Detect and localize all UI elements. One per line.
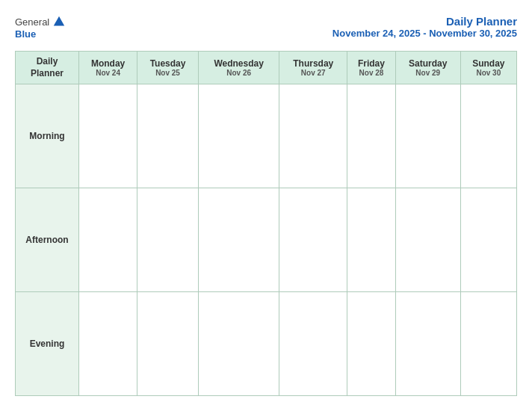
afternoon-wednesday[interactable] xyxy=(198,188,279,292)
thursday-name: Thursday xyxy=(282,58,344,69)
sunday-date: Nov 30 xyxy=(464,69,513,77)
afternoon-thursday[interactable] xyxy=(279,188,347,292)
morning-tuesday[interactable] xyxy=(137,84,199,188)
afternoon-sunday[interactable] xyxy=(460,188,516,292)
col-header-friday: Friday Nov 28 xyxy=(347,52,396,84)
afternoon-tuesday[interactable] xyxy=(137,188,199,292)
col-header-tuesday: Tuesday Nov 25 xyxy=(137,52,199,84)
logo-general-text: General xyxy=(15,16,49,28)
col-header-planner-line2: Planner xyxy=(19,68,75,80)
evening-sunday[interactable] xyxy=(460,292,516,396)
row-morning: Morning xyxy=(16,84,517,188)
tuesday-name: Tuesday xyxy=(140,58,195,69)
col-header-saturday: Saturday Nov 29 xyxy=(395,52,460,84)
logo-blue-text: Blue xyxy=(15,28,36,40)
monday-date: Nov 24 xyxy=(82,69,134,77)
page: General Blue Daily Planner November 24, … xyxy=(0,0,532,411)
thursday-date: Nov 27 xyxy=(282,69,344,77)
morning-friday[interactable] xyxy=(347,84,396,188)
evening-wednesday[interactable] xyxy=(198,292,279,396)
morning-sunday[interactable] xyxy=(460,84,516,188)
logo-icon xyxy=(52,15,66,28)
afternoon-saturday[interactable] xyxy=(395,188,460,292)
morning-wednesday[interactable] xyxy=(198,84,279,188)
col-header-wednesday: Wednesday Nov 26 xyxy=(198,52,279,84)
evening-monday[interactable] xyxy=(79,292,137,396)
header: General Blue Daily Planner November 24, … xyxy=(15,15,517,40)
svg-marker-0 xyxy=(54,16,64,26)
evening-label: Evening xyxy=(16,292,79,396)
monday-name: Monday xyxy=(82,58,134,69)
wednesday-name: Wednesday xyxy=(202,58,276,69)
col-header-monday: Monday Nov 24 xyxy=(79,52,137,84)
evening-thursday[interactable] xyxy=(279,292,347,396)
saturday-name: Saturday xyxy=(399,58,457,69)
col-header-planner: Daily Planner xyxy=(16,52,79,84)
evening-friday[interactable] xyxy=(347,292,396,396)
sunday-name: Sunday xyxy=(464,58,513,69)
afternoon-label: Afternoon xyxy=(16,188,79,292)
morning-saturday[interactable] xyxy=(395,84,460,188)
saturday-date: Nov 29 xyxy=(399,69,457,77)
header-right: Daily Planner November 24, 2025 - Novemb… xyxy=(332,15,517,39)
col-header-thursday: Thursday Nov 27 xyxy=(279,52,347,84)
date-range: November 24, 2025 - November 30, 2025 xyxy=(332,28,517,39)
column-headers: Daily Planner Monday Nov 24 Tuesday Nov … xyxy=(16,52,517,84)
col-header-planner-line1: Daily xyxy=(19,56,75,68)
morning-thursday[interactable] xyxy=(279,84,347,188)
planner-table: Daily Planner Monday Nov 24 Tuesday Nov … xyxy=(15,51,517,396)
row-afternoon: Afternoon xyxy=(16,188,517,292)
morning-label: Morning xyxy=(16,84,79,188)
friday-date: Nov 28 xyxy=(350,69,392,77)
evening-tuesday[interactable] xyxy=(137,292,199,396)
evening-saturday[interactable] xyxy=(395,292,460,396)
afternoon-friday[interactable] xyxy=(347,188,396,292)
wednesday-date: Nov 26 xyxy=(202,69,276,77)
logo-area: General Blue xyxy=(15,15,66,40)
friday-name: Friday xyxy=(350,58,392,69)
page-title: Daily Planner xyxy=(332,15,517,28)
morning-monday[interactable] xyxy=(79,84,137,188)
row-evening: Evening xyxy=(16,292,517,396)
afternoon-monday[interactable] xyxy=(79,188,137,292)
tuesday-date: Nov 25 xyxy=(140,69,195,77)
col-header-sunday: Sunday Nov 30 xyxy=(460,52,516,84)
